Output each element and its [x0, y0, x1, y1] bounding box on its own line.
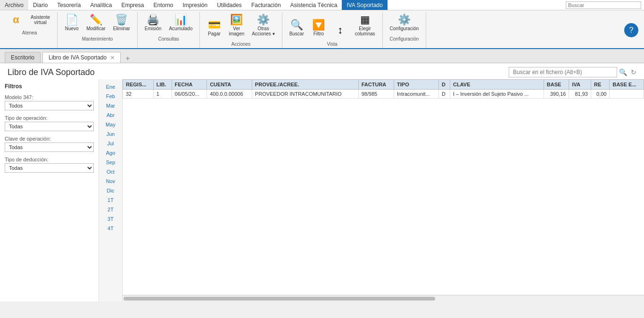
- col-header-base[interactable]: BASE: [544, 80, 569, 90]
- modelo347-label: Modelo 347:: [5, 94, 94, 100]
- col-header-base-e-[interactable]: BASE E...: [610, 80, 644, 90]
- cell-fecha: 06/05/20...: [172, 90, 207, 99]
- otras-acciones-label: OtrasAcciones ▾: [252, 26, 274, 36]
- month-item-1t[interactable]: 1T: [99, 195, 122, 205]
- file-search-icon[interactable]: 🔍: [619, 68, 627, 76]
- menu-item-facturación[interactable]: Facturación: [247, 0, 286, 10]
- asistente-label: Asistentevirtual: [31, 15, 50, 25]
- file-search-input[interactable]: [509, 67, 617, 77]
- menu-item-analítica[interactable]: Analítica: [85, 0, 116, 10]
- filtro-btn[interactable]: 🔽 Filtro: [308, 17, 329, 39]
- month-item-mar[interactable]: Mar: [99, 101, 122, 110]
- month-item-sep[interactable]: Sep: [99, 158, 122, 167]
- acumulado-label: Acumulado: [169, 26, 192, 31]
- menu-item-entorno[interactable]: Entorno: [149, 0, 178, 10]
- asistente-virtual-btn[interactable]: Asistentevirtual: [27, 12, 53, 27]
- menu-item-impresión[interactable]: Impresión: [178, 0, 212, 10]
- clave-operacion-select[interactable]: Todas: [5, 142, 94, 152]
- cell-factura: 98/985: [358, 90, 394, 99]
- tab-libro-iva[interactable]: Libro de IVA Soportado ✕: [42, 52, 121, 63]
- top-search-input[interactable]: [566, 1, 641, 9]
- emision-btn[interactable]: 🖨️ Emisión: [141, 12, 165, 33]
- table-scroll[interactable]: REGIS...LIB.FECHACUENTAPROVEE./ACREE.FAC…: [123, 79, 644, 295]
- month-item-jul[interactable]: Jul: [99, 139, 122, 148]
- cell-base: 390,16: [544, 90, 569, 99]
- pagar-icon: 💳: [208, 20, 221, 30]
- month-item-4t[interactable]: 4T: [99, 224, 122, 233]
- menu-item-empresa[interactable]: Empresa: [116, 0, 149, 10]
- pagar-btn[interactable]: 💳 Pagar: [204, 17, 224, 39]
- modelo347-select[interactable]: Todos: [5, 101, 94, 110]
- modificar-btn[interactable]: ✏️ Modificar: [83, 12, 109, 33]
- file-refresh-icon[interactable]: ↻: [631, 68, 636, 76]
- month-item-ago[interactable]: Ago: [99, 148, 122, 158]
- month-item-2t[interactable]: 2T: [99, 205, 122, 214]
- table-header-row: REGIS...LIB.FECHACUENTAPROVEE./ACREE.FAC…: [123, 80, 644, 90]
- month-item-may[interactable]: May: [99, 120, 122, 129]
- menu-item-iva-soportado[interactable]: IVA Soportado: [342, 0, 388, 10]
- month-item-nov[interactable]: Nov: [99, 176, 122, 186]
- col-header-cuenta[interactable]: CUENTA: [207, 80, 252, 90]
- acumulado-btn[interactable]: 📊 Acumulado: [165, 12, 196, 33]
- add-tab-button[interactable]: +: [123, 54, 132, 63]
- col-header-provee-acree-[interactable]: PROVEE./ACREE.: [252, 80, 358, 90]
- month-item-feb[interactable]: Feb: [99, 92, 122, 101]
- month-item-oct[interactable]: Oct: [99, 167, 122, 176]
- page-title: Libro de IVA Soportado: [8, 67, 509, 77]
- menu-item-archivo[interactable]: Archivo: [0, 0, 28, 10]
- ribbon-group-vista: 🔍 Buscar 🔽 Filtro ↕ ▦ Elegircolumnas Vis…: [282, 12, 383, 48]
- tab-close-icon[interactable]: ✕: [110, 55, 115, 61]
- cell-regis-: 32: [123, 90, 154, 99]
- buscar-ribbon-icon: 🔍: [290, 20, 303, 30]
- tipo-operacion-select[interactable]: Todas: [5, 122, 94, 131]
- help-button[interactable]: ?: [624, 23, 638, 37]
- tipo-deduccion-label: Tipo de deducción:: [5, 157, 94, 162]
- ribbon-group-atenea: α Asistentevirtual Atenea: [2, 12, 58, 48]
- tab-escritorio[interactable]: Escritorio: [5, 52, 41, 63]
- col-header-iva[interactable]: IVA: [569, 80, 591, 90]
- col-header-fecha[interactable]: FECHA: [172, 80, 207, 90]
- col-header-d[interactable]: D: [438, 80, 450, 90]
- table-row[interactable]: 32106/05/20...400.0.0.00006PROVEEDOR INT…: [123, 90, 644, 99]
- month-item-jun[interactable]: Jun: [99, 129, 122, 139]
- atenea-group-label: Atenea: [6, 30, 53, 37]
- scrollbar-thumb[interactable]: [124, 297, 435, 301]
- month-item-ene[interactable]: Ene: [99, 82, 122, 92]
- col-header-tipo[interactable]: TIPO: [394, 80, 439, 90]
- atenea-logo-btn[interactable]: α: [6, 12, 26, 27]
- col-header-clave[interactable]: CLAVE: [450, 80, 544, 90]
- atenea-icon: α: [13, 15, 19, 25]
- filtro-icon: 🔽: [312, 20, 325, 30]
- menu-item-tesorería[interactable]: Tesorería: [52, 0, 85, 10]
- menu-item-diario[interactable]: Diario: [28, 0, 52, 10]
- buscar-btn[interactable]: 🔍 Buscar: [286, 17, 307, 39]
- cell-lib-: 1: [153, 90, 172, 99]
- configuracion-btn[interactable]: ⚙️ Configuración: [387, 12, 422, 33]
- filters-title: Filtros: [5, 83, 94, 90]
- col-header-factura[interactable]: FACTURA: [358, 80, 394, 90]
- page-header: Libro de IVA Soportado 🔍 ↻: [0, 63, 644, 79]
- tipo-deduccion-select[interactable]: Todas: [5, 163, 94, 173]
- col-header-regis-[interactable]: REGIS...: [123, 80, 154, 90]
- ribbon: α Asistentevirtual Atenea 📄 Nuevo ✏️ Mod…: [0, 10, 644, 49]
- acciones-group-label: Acciones: [204, 42, 278, 48]
- horizontal-scrollbar[interactable]: [123, 295, 644, 301]
- ver-imagen-btn[interactable]: 🖼️ Verimagen: [225, 12, 248, 39]
- nuevo-btn[interactable]: 📄 Nuevo: [61, 12, 82, 33]
- cell-iva: 81,93: [569, 90, 591, 99]
- month-item-3t[interactable]: 3T: [99, 214, 122, 224]
- eliminar-btn[interactable]: 🗑️ Eliminar: [110, 12, 133, 33]
- col-header-re[interactable]: RE: [591, 80, 610, 90]
- menu-item-asistencia-técnica[interactable]: Asistencia Técnica: [286, 0, 342, 10]
- menu-item-utilidades[interactable]: Utilidades: [212, 0, 247, 10]
- month-item-dic[interactable]: Dic: [99, 186, 122, 195]
- sort-btn[interactable]: ↕: [330, 23, 351, 39]
- consultas-group-label: Consultas: [141, 36, 196, 43]
- month-item-abr[interactable]: Abr: [99, 110, 122, 120]
- elegir-columnas-btn[interactable]: ▦ Elegircolumnas: [352, 12, 379, 39]
- otras-acciones-btn[interactable]: ⚙️ OtrasAcciones ▾: [248, 12, 278, 39]
- modelo347-filter: Modelo 347: Todos: [5, 94, 94, 110]
- col-header-lib-[interactable]: LIB.: [153, 80, 172, 90]
- data-table: REGIS...LIB.FECHACUENTAPROVEE./ACREE.FAC…: [123, 79, 644, 99]
- table-area: REGIS...LIB.FECHACUENTAPROVEE./ACREE.FAC…: [123, 79, 644, 301]
